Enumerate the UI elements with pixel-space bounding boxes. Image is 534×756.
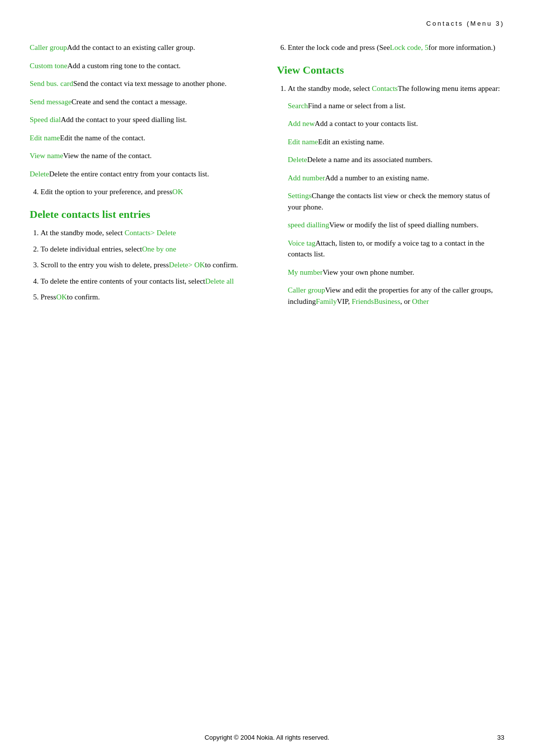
view-contacts-steps: At the standby mode, select ContactsThe … xyxy=(277,83,504,307)
list-item: To delete the entire contents of your co… xyxy=(41,276,257,287)
footer-copyright: Copyright © 2004 Nokia. All rights reser… xyxy=(205,734,329,741)
vc-label-my-number: My number xyxy=(288,268,322,276)
left-column: Caller groupAdd the contact to an existi… xyxy=(30,42,257,314)
vc-menu-my-number: My numberView your own phone number. xyxy=(288,267,504,278)
vc-label-add-number: Add number xyxy=(288,174,325,182)
content-area: Caller groupAdd the contact to an existi… xyxy=(30,42,504,314)
header-title: Contacts (Menu 3) xyxy=(426,20,504,27)
menu-label-send-bus-card: Send bus. card xyxy=(30,80,73,87)
menu-item-send-bus-card: Send bus. cardSend the contact via text … xyxy=(30,78,257,89)
menu-label-custom-tone: Custom tone xyxy=(30,62,67,70)
page-header: Contacts (Menu 3) xyxy=(30,20,504,27)
ok-confirm-link: OK xyxy=(56,293,67,301)
menu-item-send-message: Send messageCreate and send the contact … xyxy=(30,96,257,108)
list-item: To delete individual entries, selectOne … xyxy=(41,244,257,255)
delete-steps-list: At the standby mode, select Contacts> De… xyxy=(30,227,257,303)
vc-friends-link: Friends xyxy=(352,297,374,305)
vc-menu-speed-dialling: speed diallingView or modify the list of… xyxy=(288,219,504,231)
contacts-link: Contacts xyxy=(372,84,398,92)
menu-label-view-name: View name xyxy=(30,152,63,160)
delete-all-link: Delete all xyxy=(205,277,234,285)
list-item: Scroll to the entry you wish to delete, … xyxy=(41,259,257,271)
menu-item-delete: DeleteDelete the entire contact entry fr… xyxy=(30,168,257,180)
vc-menu-delete: DeleteDelete a name and its associated n… xyxy=(288,154,504,166)
vc-menu-add-new: Add newAdd a contact to your contacts li… xyxy=(288,118,504,129)
menu-item-speed-dial: Speed dialAdd the contact to your speed … xyxy=(30,114,257,126)
menu-label-caller-group: Caller group xyxy=(30,43,67,51)
lock-code-link: Lock code, 5 xyxy=(390,43,429,51)
vc-label-speed-dialling: speed dialling xyxy=(288,221,329,229)
footer: Copyright © 2004 Nokia. All rights reser… xyxy=(0,734,534,741)
delete-section-heading: Delete contacts list entries xyxy=(30,208,257,222)
vc-menu-settings: SettingsChange the contacts list view or… xyxy=(288,190,504,212)
one-by-one-link: One by one xyxy=(142,245,176,253)
vc-label-add-new: Add new xyxy=(288,120,315,127)
vc-menu-add-number: Add numberAdd a number to an existing na… xyxy=(288,172,504,184)
menu-label-send-message: Send message xyxy=(30,98,72,106)
vc-label-caller-group: Caller group xyxy=(288,286,325,294)
vc-menu-edit-name: Edit nameEdit an existing name. xyxy=(288,136,504,148)
menu-label-speed-dial: Speed dial xyxy=(30,116,61,124)
list-item: Edit the option to your preference, and … xyxy=(41,186,257,198)
right-column: Enter the lock code and press (SeeLock c… xyxy=(277,42,504,314)
vc-label-delete: Delete xyxy=(288,156,307,164)
menu-label-delete: Delete xyxy=(30,170,49,178)
vc-menu-caller-group: Caller groupView and edit the properties… xyxy=(288,285,504,307)
left-steps-list: Edit the option to your preference, and … xyxy=(30,186,257,198)
vc-label-voice-tag: Voice tag xyxy=(288,239,315,247)
page-container: Contacts (Menu 3) Caller groupAdd the co… xyxy=(0,0,534,756)
vc-menu-voice-tag: Voice tagAttach, listen to, or modify a … xyxy=(288,238,504,260)
menu-item-edit-name: Edit nameEdit the name of the contact. xyxy=(30,132,257,144)
contacts-delete-link: Contacts> Delete xyxy=(125,229,176,237)
list-item: At the standby mode, select ContactsThe … xyxy=(288,83,504,307)
vc-label-search: Search xyxy=(288,102,308,110)
delete-ok-link: Delete> OK xyxy=(169,261,205,269)
vc-other-link: Other xyxy=(412,297,429,305)
vc-family-link: Family xyxy=(316,297,337,305)
menu-item-view-name: View nameView the name of the contact. xyxy=(30,150,257,162)
vc-business-link: Business xyxy=(374,297,400,305)
vc-menu-search: SearchFind a name or select from a list. xyxy=(288,100,504,112)
list-item: Enter the lock code and press (SeeLock c… xyxy=(288,42,504,53)
right-top-steps: Enter the lock code and press (SeeLock c… xyxy=(277,42,504,53)
ok-link-step4: OK xyxy=(173,188,183,196)
footer-page-number: 33 xyxy=(497,734,504,741)
vc-label-settings: Settings xyxy=(288,192,312,200)
menu-item-caller-group: Caller groupAdd the contact to an existi… xyxy=(30,42,257,53)
list-item: PressOKto confirm. xyxy=(41,292,257,303)
view-contacts-heading: View Contacts xyxy=(277,63,504,78)
vc-label-edit-name: Edit name xyxy=(288,138,318,146)
menu-item-custom-tone: Custom toneAdd a custom ring tone to the… xyxy=(30,60,257,72)
list-item: At the standby mode, select Contacts> De… xyxy=(41,227,257,239)
menu-label-edit-name: Edit name xyxy=(30,134,60,142)
